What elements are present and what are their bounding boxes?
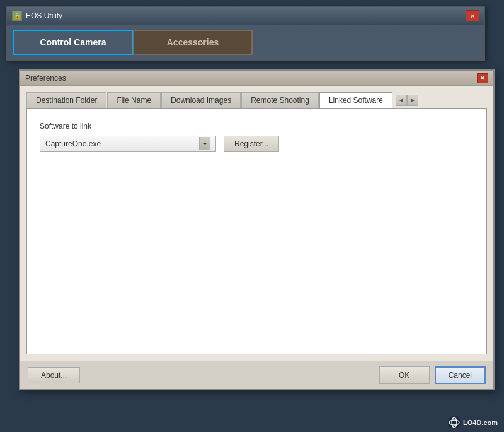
prefs-footer: About... OK Cancel (20, 361, 493, 389)
window-title: EOS Utility (26, 11, 62, 20)
cancel-button[interactable]: Cancel (435, 366, 486, 384)
tab-destination-folder[interactable]: Destination Folder (26, 92, 106, 108)
app-icon: 🔒 (12, 11, 22, 21)
software-dropdown-value: CaptureOne.exe (45, 139, 199, 148)
tab-download-images[interactable]: Download Images (161, 92, 241, 108)
tab-prev-button[interactable]: ◄ (396, 95, 407, 106)
control-camera-button[interactable]: Control Camera (13, 30, 133, 55)
tab-next-button[interactable]: ► (407, 95, 418, 106)
dropdown-arrow-icon: ▼ (199, 137, 210, 150)
software-row: CaptureOne.exe ▼ Register... (40, 136, 474, 152)
eos-toolbar: Control Camera Accessories (7, 25, 484, 60)
register-button[interactable]: Register... (224, 136, 279, 152)
eos-close-button[interactable]: ✕ (466, 10, 479, 21)
software-dropdown[interactable]: CaptureOne.exe ▼ (40, 136, 216, 152)
tab-remote-shooting[interactable]: Remote Shooting (241, 92, 319, 108)
prefs-titlebar: Preferences ✕ (20, 71, 493, 86)
watermark-text: LO4D.com (463, 419, 498, 426)
watermark: LO4D.com (448, 416, 498, 429)
tab-file-name[interactable]: File Name (107, 92, 161, 108)
prefs-close-button[interactable]: ✕ (477, 73, 488, 83)
titlebar-left: 🔒 EOS Utility (12, 11, 62, 21)
prefs-title: Preferences (25, 74, 66, 83)
about-button[interactable]: About... (28, 367, 80, 383)
preferences-dialog: Preferences ✕ Destination Folder File Na… (19, 69, 495, 390)
footer-center-buttons: OK Cancel (379, 366, 486, 384)
software-label: Software to link (40, 122, 474, 131)
prefs-body: Destination Folder File Name Download Im… (20, 86, 493, 361)
ok-button[interactable]: OK (379, 366, 430, 384)
svg-point-0 (448, 416, 461, 429)
eos-titlebar: 🔒 EOS Utility ✕ (7, 7, 484, 25)
eos-window: 🔒 EOS Utility ✕ Control Camera Accessori… (6, 6, 485, 61)
tabs-container: Destination Folder File Name Download Im… (26, 92, 487, 108)
accessories-button[interactable]: Accessories (133, 30, 253, 55)
content-area: Software to link CaptureOne.exe ▼ Regist… (26, 108, 487, 354)
watermark-logo (448, 416, 461, 429)
tab-nav-buttons: ◄ ► (396, 95, 418, 106)
tab-linked-software[interactable]: Linked Software (319, 92, 392, 108)
